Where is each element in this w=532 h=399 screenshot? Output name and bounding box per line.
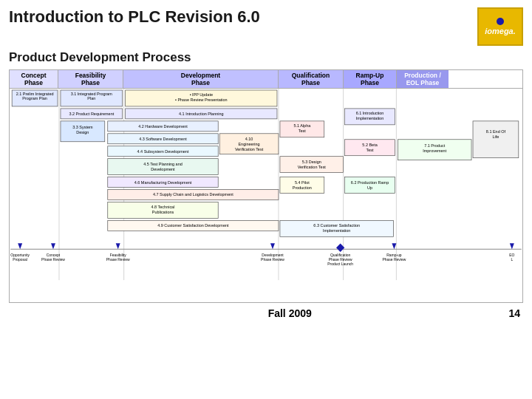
logo-brand: iomega. — [485, 27, 516, 35]
svg-text:Program Plan: Program Plan — [22, 96, 47, 100]
svg-text:Life: Life — [493, 134, 499, 139]
svg-text:4.4 Subsystem Development: 4.4 Subsystem Development — [137, 149, 189, 154]
svg-text:4.9 Customer Satisfaction Deve: 4.9 Customer Satisfaction Development — [157, 224, 229, 228]
svg-text:3.2 Product Requirement: 3.2 Product Requirement — [69, 112, 114, 116]
logo-box: iomega. — [477, 7, 523, 46]
svg-text:• IPP Update: • IPP Update — [190, 92, 213, 97]
svg-text:Phase Review: Phase Review — [383, 258, 406, 262]
svg-text:Phase Review: Phase Review — [261, 258, 284, 262]
svg-text:• Phase Review Presentation: • Phase Review Presentation — [175, 98, 228, 102]
svg-text:Phase Review: Phase Review — [106, 258, 130, 262]
footer-center: Fall 2009 — [268, 307, 312, 319]
phase-development: DevelopmentPhase — [123, 70, 279, 88]
footer-page: 14 — [508, 307, 520, 319]
svg-text:Up: Up — [367, 185, 372, 190]
phase-feasibility: FeasibilityPhase — [58, 70, 123, 88]
svg-text:5.3 Design: 5.3 Design — [302, 160, 321, 164]
subtitle: Product Development Process — [9, 50, 523, 65]
svg-text:Verification Test: Verification Test — [235, 147, 264, 151]
svg-text:Implementation: Implementation — [356, 116, 383, 120]
main-title: Introduction to PLC Revision 6.0 — [9, 7, 260, 27]
svg-text:4.2 Hardware Development: 4.2 Hardware Development — [138, 124, 188, 129]
svg-marker-87 — [392, 244, 396, 250]
svg-text:4.1 Introduction Planning: 4.1 Introduction Planning — [179, 112, 224, 116]
svg-text:Implementation: Implementation — [323, 229, 350, 233]
svg-text:Product Launch: Product Launch — [327, 262, 353, 267]
svg-text:4.10: 4.10 — [245, 137, 253, 141]
svg-marker-80 — [270, 244, 275, 250]
svg-text:Plan: Plan — [87, 96, 95, 100]
svg-text:Improvement: Improvement — [423, 149, 446, 153]
svg-text:Test: Test — [366, 148, 374, 152]
svg-text:5.4 Pilot: 5.4 Pilot — [295, 180, 310, 185]
svg-text:Engineering: Engineering — [238, 142, 259, 146]
svg-text:7.1 Product: 7.1 Product — [424, 143, 445, 148]
svg-text:4.3 Software Development: 4.3 Software Development — [139, 137, 187, 141]
svg-text:4.6 Manufacturing Development: 4.6 Manufacturing Development — [134, 180, 192, 185]
svg-text:8.1 End Of: 8.1 End Of — [486, 129, 506, 134]
svg-marker-77 — [116, 244, 120, 250]
svg-marker-71 — [18, 244, 22, 250]
svg-text:6.1 Introduction: 6.1 Introduction — [356, 111, 384, 115]
phase-qualification: QualificationPhase — [279, 70, 344, 88]
svg-text:3.3 System: 3.3 System — [72, 125, 93, 129]
svg-text:L: L — [511, 258, 513, 262]
page-container: Introduction to PLC Revision 6.0 iomega.… — [0, 0, 532, 399]
header-row: Introduction to PLC Revision 6.0 iomega. — [9, 7, 523, 46]
process-diagram: 2.1 Prelim Integrated Program Plan 3.1 I… — [9, 89, 523, 303]
svg-text:Design: Design — [76, 130, 89, 134]
svg-marker-74 — [51, 244, 55, 250]
phases-header: ConceptPhase FeasibilityPhase Developmen… — [9, 69, 523, 89]
svg-rect-29 — [473, 121, 519, 158]
phase-production: Production /EOL Phase — [397, 70, 449, 88]
svg-text:4.8 Technical: 4.8 Technical — [151, 205, 175, 210]
svg-text:Verification Test: Verification Test — [298, 165, 327, 169]
svg-text:6.2 Production Ramp: 6.2 Production Ramp — [351, 180, 389, 185]
svg-text:Test: Test — [299, 129, 307, 133]
svg-text:Publications: Publications — [152, 211, 174, 215]
svg-text:Phase Review: Phase Review — [41, 258, 65, 262]
svg-text:4.7 Supply Chain and Logistics: 4.7 Supply Chain and Logistics Developme… — [153, 193, 233, 197]
svg-text:5.2 Beta: 5.2 Beta — [362, 143, 378, 147]
logo-dot — [497, 18, 504, 25]
svg-text:Production: Production — [293, 185, 312, 190]
svg-text:4.5 Test Planning and: 4.5 Test Planning and — [143, 162, 182, 166]
phase-rampup: Ramp-UpPhase — [344, 70, 397, 88]
phase-concept: ConceptPhase — [10, 70, 58, 88]
svg-text:Proposal: Proposal — [13, 258, 27, 262]
svg-marker-90 — [510, 244, 514, 250]
footer-row: Fall 2009 14 — [9, 307, 523, 319]
svg-text:Development: Development — [151, 167, 175, 171]
svg-text:6.3 Customer Satisfaction: 6.3 Customer Satisfaction — [313, 224, 360, 228]
svg-text:5.1 Alpha: 5.1 Alpha — [293, 123, 311, 128]
